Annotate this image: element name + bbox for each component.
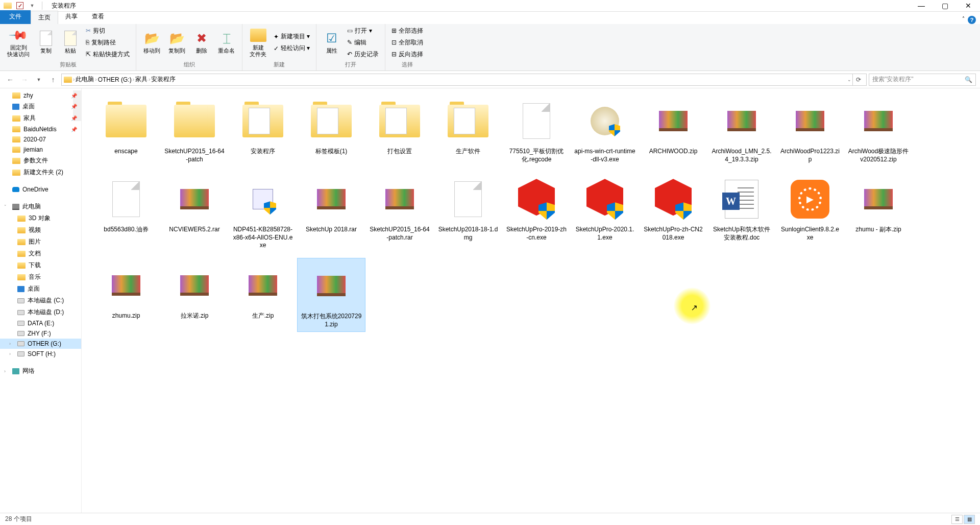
nav-pc-item[interactable]: 图片 [0,236,81,248]
file-view[interactable]: enscapeSketchUP2015_16-64-patch安装程序标签模板(… [82,88,980,513]
nav-pc-item[interactable]: 视频 [0,224,81,236]
cut-button[interactable]: 剪切 [84,26,132,36]
select-none-button[interactable]: ⊡全部取消 [389,37,425,48]
nav-quick-item[interactable]: jiemian [0,145,81,155]
file-item[interactable]: 775510_平板切割优化.regcode [502,93,571,166]
breadcrumb-item[interactable]: 家具› [135,75,150,84]
search-input[interactable]: 搜索"安装程序" 🔍 [869,74,976,86]
nav-network[interactable]: ›网络 [0,365,81,377]
nav-quick-item[interactable]: 家具📌 [0,112,81,124]
collapse-ribbon[interactable]: ˄ [962,16,965,24]
breadcrumb-item[interactable]: 安装程序 [151,75,176,84]
qat-properties-icon[interactable]: ✓ [15,1,24,10]
file-item[interactable]: SketchUp2018-18-1.dmg [434,172,502,253]
nav-onedrive[interactable]: OneDrive [0,184,81,195]
copy-to-button[interactable]: 📂复制到 [165,29,188,55]
history-button[interactable]: ↶历史记录 [345,49,381,60]
file-item[interactable]: ArchiWoodPro1223.zip [776,93,844,166]
nav-pc-item[interactable]: DATA (E:) [0,318,81,328]
breadcrumb-item[interactable]: 此电脑› [76,75,96,84]
qat-folder-icon[interactable] [3,1,12,10]
file-item[interactable]: 拉米诺.zip [160,258,229,332]
file-item[interactable]: NCVIEWER5.2.rar [160,172,229,253]
minimize-button[interactable]: — [910,0,933,12]
invert-selection-button[interactable]: ⊟反向选择 [389,49,425,60]
maximize-button[interactable]: ▢ [933,0,957,12]
file-item[interactable]: ArchiWood极速隐形件v2020512.zip [844,93,913,166]
paste-shortcut-button[interactable]: 粘贴快捷方式 [84,49,132,60]
nav-pc-item[interactable]: 3D 对象 [0,212,81,224]
file-item[interactable]: SketchUp 2018.rar [297,172,365,253]
file-item[interactable]: SketchUP2015_16-64-patch.rar [365,172,434,253]
nav-pc-item[interactable]: ZHY (F:) [0,328,81,339]
nav-pc-item[interactable]: 本地磁盘 (D:) [0,306,81,318]
file-item[interactable]: 筑木打包系统20207291.zip [297,258,365,332]
nav-pc-item[interactable]: 桌面 [0,283,81,295]
file-item[interactable]: ArchiWood_LMN_2.5.4_19.3.3.zip [707,93,776,166]
nav-this-pc[interactable]: ˅此电脑 [0,201,81,212]
file-item[interactable]: 打包设置 [365,93,434,166]
nav-pc-item[interactable]: ›SOFT (H:) [0,349,81,359]
nav-quick-item[interactable]: BaiduNetdis📌 [0,124,81,134]
up-button[interactable]: ↑ [47,74,59,86]
tab-home[interactable]: 主页 [31,11,58,24]
nav-quick-item[interactable]: 桌面📌 [0,101,81,112]
delete-button[interactable]: ✖删除 [190,29,213,55]
nav-pc-item[interactable]: 本地磁盘 (C:) [0,295,81,306]
file-item[interactable]: ARCHIWOOD.zip [639,93,707,166]
move-to-button[interactable]: 📂移动到 [140,29,163,55]
file-item[interactable]: NDP451-KB2858728-x86-x64-AllOS-ENU.exe [229,172,297,253]
file-item[interactable]: SketchUpPro-2019-zh-cn.exe [502,172,571,253]
properties-button[interactable]: ☑属性 [321,29,343,55]
rename-button[interactable]: ⌶重命名 [215,29,238,55]
nav-quick-item[interactable]: zhy📌 [0,90,81,101]
file-item[interactable]: SketchUpPro-2020.1.1.exe [571,172,639,253]
forward-button[interactable]: → [18,74,31,86]
expand-icon[interactable]: › [4,369,6,374]
nav-quick-item[interactable]: 参数文件 [0,155,81,166]
file-item[interactable]: 标签模板(1) [297,93,365,166]
file-item[interactable]: SketchUP2015_16-64-patch [160,93,229,166]
pin-to-quick-access[interactable]: 📌 固定到 快速访问 [4,26,33,59]
open-button[interactable]: ▭打开 ▾ [345,26,381,36]
close-button[interactable]: ✕ [957,0,980,12]
file-item[interactable]: SketchUpPro-zh-CN2018.exe [639,172,707,253]
file-item[interactable]: bd5563d80.油券 [92,172,160,253]
easy-access-button[interactable]: ✓轻松访问 ▾ [272,43,312,54]
file-item[interactable]: zhumu - 副本.zip [844,172,913,253]
select-all-button[interactable]: ⊞全部选择 [389,26,425,36]
view-icons-button[interactable]: ▦ [964,515,975,524]
expand-icon[interactable]: › [9,341,11,346]
file-item[interactable]: ▶SunloginClient9.8.2.exe [776,172,844,253]
expand-icon[interactable]: › [9,351,11,356]
file-item[interactable]: WSketchUp和筑木软件安装教程.doc [707,172,776,253]
nav-pc-item[interactable]: 音乐 [0,271,81,283]
breadcrumb[interactable]: › 此电脑› OTHER (G:)› 家具› 安装程序 ⌄ ⟳ [61,74,867,86]
recent-dropdown[interactable]: ▼ [33,74,45,86]
navigation-pane[interactable]: zhy📌桌面📌家具📌BaiduNetdis📌2020-07jiemian参数文件… [0,88,82,513]
tab-share[interactable]: 共享 [58,10,85,24]
qat-dropdown[interactable]: ▼ [28,1,37,10]
breadcrumb-item[interactable]: OTHER (G:)› [98,76,134,83]
file-item[interactable]: 生产软件 [434,93,502,166]
view-details-button[interactable]: ☰ [951,515,963,524]
nav-pc-item[interactable]: 下载 [0,259,81,271]
new-item-button[interactable]: ✦新建项目 ▾ [272,31,312,42]
nav-pc-item[interactable]: ›OTHER (G:) [0,339,81,349]
refresh-button[interactable]: ⟳ [852,74,864,85]
tab-file[interactable]: 文件 [0,10,31,24]
nav-pc-item[interactable]: 文档 [0,248,81,259]
nav-quick-item[interactable]: 新建文件夹 (2) [0,166,81,178]
file-item[interactable]: 安装程序 [229,93,297,166]
tab-view[interactable]: 查看 [85,10,111,24]
file-item[interactable]: enscape [92,93,160,166]
back-button[interactable]: ← [4,74,16,86]
file-item[interactable]: api-ms-win-crt-runtime-dll-v3.exe [571,93,639,166]
file-item[interactable]: 生产.zip [229,258,297,332]
file-item[interactable]: zhumu.zip [92,258,160,332]
help-icon[interactable]: ? [968,16,976,24]
copy-button[interactable]: 复制 [35,29,57,55]
edit-button[interactable]: ✎编辑 [345,37,381,48]
paste-button[interactable]: 粘贴 [59,29,82,55]
nav-quick-item[interactable]: 2020-07 [0,134,81,145]
